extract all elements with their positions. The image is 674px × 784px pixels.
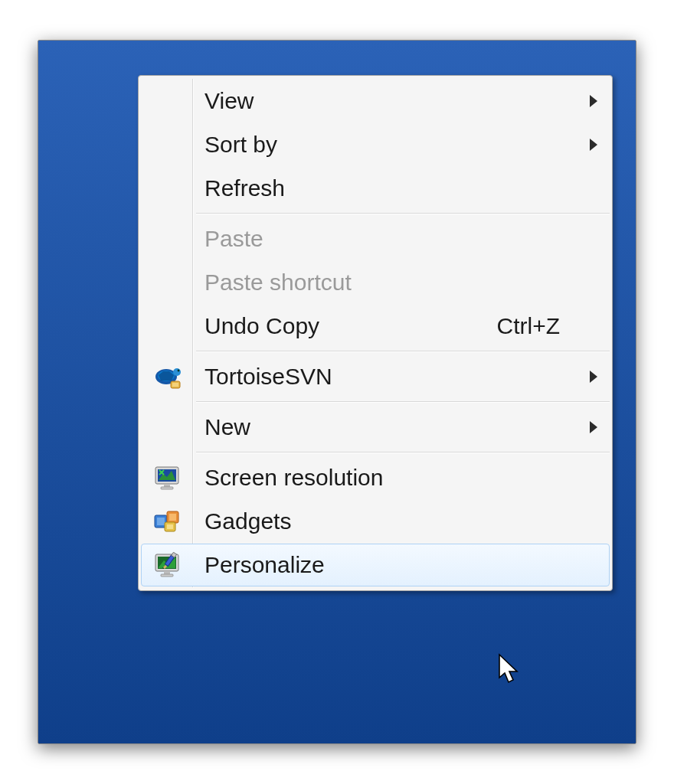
menu-label: Paste shortcut [192,270,578,296]
svg-point-3 [178,370,180,372]
menu-shortcut: Ctrl+Z [497,313,579,339]
menu-item-gadgets[interactable]: Gadgets [141,500,610,543]
menu-item-refresh[interactable]: Refresh [141,167,610,210]
svg-rect-11 [157,518,165,525]
menu-label: Refresh [192,175,578,201]
menu-item-view[interactable]: View [141,80,610,122]
menu-label: View [192,88,578,114]
menu-separator [196,351,610,352]
gadgets-icon [153,509,181,534]
menu-item-screen-resolution[interactable]: Screen resolution [141,456,610,499]
menu-label: Paste [192,226,578,252]
menu-label: New [192,414,578,440]
menu-label: Sort by [192,132,578,158]
svg-rect-15 [167,524,173,529]
submenu-arrow-icon [590,371,597,383]
svg-rect-9 [161,487,173,489]
menu-item-undo-copy[interactable]: Undo Copy Ctrl+Z [141,305,610,348]
svg-rect-5 [172,383,178,387]
menu-label: Undo Copy [192,313,497,339]
menu-item-paste: Paste [141,217,610,260]
svg-rect-13 [169,514,176,521]
menu-separator [196,452,610,453]
menu-item-tortoisesvn[interactable]: TortoiseSVN [141,355,610,398]
menu-label: Gadgets [192,508,578,534]
submenu-arrow-icon [590,421,597,433]
tortoise-icon [152,364,182,389]
personalize-icon [153,552,181,578]
svg-point-2 [173,368,181,376]
menu-item-personalize[interactable]: Personalize [141,544,610,586]
svg-rect-18 [164,571,170,574]
menu-label: Personalize [192,552,578,578]
desktop-context-menu: View Sort by Refresh Paste Paste shortcu… [138,75,613,591]
menu-item-sort-by[interactable]: Sort by [141,123,610,166]
svg-rect-8 [164,484,170,487]
desktop-background[interactable]: View Sort by Refresh Paste Paste shortcu… [38,40,636,744]
menu-separator [196,213,610,214]
monitor-icon [153,465,181,491]
svg-rect-19 [161,574,173,577]
menu-item-paste-shortcut: Paste shortcut [141,261,610,304]
mouse-cursor-icon [498,653,521,685]
menu-separator [196,401,610,403]
menu-item-new[interactable]: New [141,406,610,449]
menu-label: TortoiseSVN [192,364,578,390]
menu-label: Screen resolution [192,465,578,491]
submenu-arrow-icon [590,95,597,107]
submenu-arrow-icon [590,139,597,151]
